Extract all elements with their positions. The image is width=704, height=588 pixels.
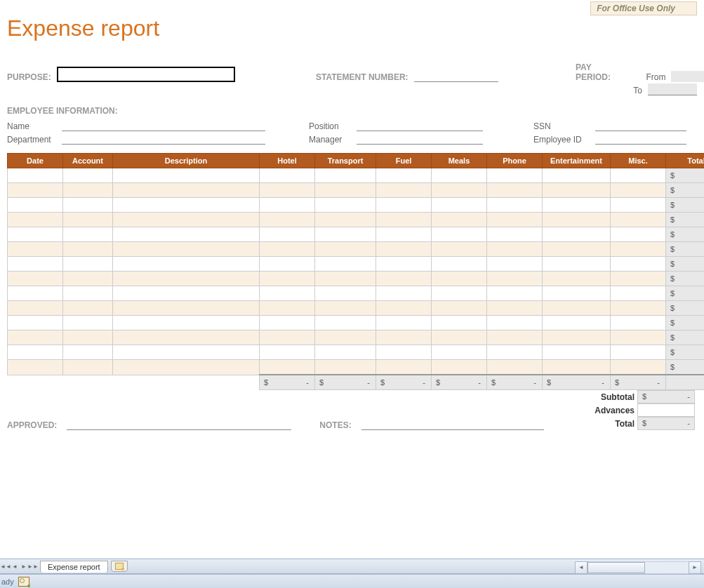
table-cell[interactable]	[611, 360, 666, 375]
table-cell[interactable]	[260, 301, 315, 316]
table-cell[interactable]	[543, 330, 611, 345]
table-cell[interactable]	[315, 301, 376, 316]
table-cell[interactable]	[432, 316, 487, 330]
table-cell[interactable]	[260, 330, 315, 345]
table-cell[interactable]	[260, 183, 315, 198]
table-cell[interactable]	[543, 183, 611, 198]
table-cell[interactable]	[260, 316, 315, 330]
table-cell[interactable]	[432, 227, 487, 242]
table-cell[interactable]	[432, 257, 487, 272]
table-cell[interactable]	[432, 286, 487, 301]
table-cell[interactable]	[315, 168, 376, 183]
table-cell[interactable]	[8, 286, 63, 301]
table-cell[interactable]	[8, 213, 63, 227]
table-cell[interactable]	[63, 272, 113, 286]
table-cell[interactable]	[113, 286, 260, 301]
table-cell[interactable]	[611, 257, 666, 272]
table-cell[interactable]	[63, 242, 113, 257]
table-cell[interactable]	[113, 360, 260, 375]
table-cell[interactable]	[63, 257, 113, 272]
table-cell[interactable]	[376, 242, 432, 257]
table-cell[interactable]	[376, 360, 432, 375]
table-cell[interactable]	[543, 360, 611, 375]
table-cell[interactable]	[63, 360, 113, 375]
table-cell[interactable]	[113, 183, 260, 198]
table-cell[interactable]	[376, 272, 432, 286]
table-cell[interactable]	[260, 227, 315, 242]
table-cell[interactable]	[113, 198, 260, 213]
table-cell[interactable]	[611, 316, 666, 330]
macro-record-icon[interactable]	[18, 577, 29, 587]
table-cell[interactable]	[543, 345, 611, 360]
table-cell[interactable]	[113, 168, 260, 183]
table-cell[interactable]	[8, 345, 63, 360]
table-cell[interactable]	[315, 272, 376, 286]
table-cell[interactable]	[260, 345, 315, 360]
table-cell[interactable]	[376, 213, 432, 227]
table-cell[interactable]	[487, 213, 543, 227]
table-cell[interactable]	[487, 286, 543, 301]
approved-input[interactable]	[67, 418, 291, 430]
table-cell[interactable]	[315, 360, 376, 375]
table-cell[interactable]	[376, 345, 432, 360]
table-cell[interactable]	[543, 213, 611, 227]
table-cell[interactable]	[432, 360, 487, 375]
notes-input[interactable]	[361, 418, 544, 430]
table-cell[interactable]	[487, 227, 543, 242]
table-cell[interactable]	[487, 168, 543, 183]
table-cell[interactable]	[543, 286, 611, 301]
table-cell[interactable]	[543, 272, 611, 286]
table-cell[interactable]	[260, 213, 315, 227]
table-cell[interactable]	[113, 316, 260, 330]
table-cell[interactable]	[487, 301, 543, 316]
department-input[interactable]	[62, 133, 265, 145]
table-cell[interactable]	[487, 257, 543, 272]
table-cell[interactable]	[260, 242, 315, 257]
sheet-tab[interactable]: Expense report	[40, 561, 108, 573]
employeeid-input[interactable]	[595, 133, 686, 145]
table-cell[interactable]	[8, 301, 63, 316]
table-cell[interactable]	[315, 330, 376, 345]
from-input[interactable]	[671, 71, 704, 82]
table-cell[interactable]	[113, 242, 260, 257]
table-cell[interactable]	[543, 316, 611, 330]
table-cell[interactable]	[432, 272, 487, 286]
table-cell[interactable]	[487, 272, 543, 286]
table-cell[interactable]	[315, 213, 376, 227]
table-cell[interactable]	[611, 168, 666, 183]
table-cell[interactable]	[611, 330, 666, 345]
table-cell[interactable]	[8, 183, 63, 198]
table-cell[interactable]	[8, 242, 63, 257]
table-cell[interactable]	[611, 198, 666, 213]
table-cell[interactable]	[487, 316, 543, 330]
table-cell[interactable]	[315, 345, 376, 360]
table-cell[interactable]	[611, 301, 666, 316]
table-cell[interactable]	[315, 198, 376, 213]
table-cell[interactable]	[543, 198, 611, 213]
table-cell[interactable]	[487, 183, 543, 198]
table-cell[interactable]	[63, 183, 113, 198]
table-cell[interactable]	[260, 257, 315, 272]
table-cell[interactable]	[315, 227, 376, 242]
table-cell[interactable]	[543, 242, 611, 257]
table-cell[interactable]	[611, 345, 666, 360]
table-cell[interactable]	[376, 286, 432, 301]
table-cell[interactable]	[487, 360, 543, 375]
table-cell[interactable]	[543, 257, 611, 272]
table-cell[interactable]	[113, 301, 260, 316]
table-cell[interactable]	[315, 286, 376, 301]
table-cell[interactable]	[376, 257, 432, 272]
table-cell[interactable]	[8, 316, 63, 330]
manager-input[interactable]	[357, 133, 483, 145]
table-cell[interactable]	[376, 316, 432, 330]
table-cell[interactable]	[376, 183, 432, 198]
table-cell[interactable]	[376, 198, 432, 213]
table-cell[interactable]	[113, 257, 260, 272]
table-cell[interactable]	[8, 198, 63, 213]
table-cell[interactable]	[487, 242, 543, 257]
table-cell[interactable]	[63, 345, 113, 360]
table-cell[interactable]	[63, 286, 113, 301]
table-cell[interactable]	[611, 242, 666, 257]
table-cell[interactable]	[432, 242, 487, 257]
table-cell[interactable]	[543, 168, 611, 183]
